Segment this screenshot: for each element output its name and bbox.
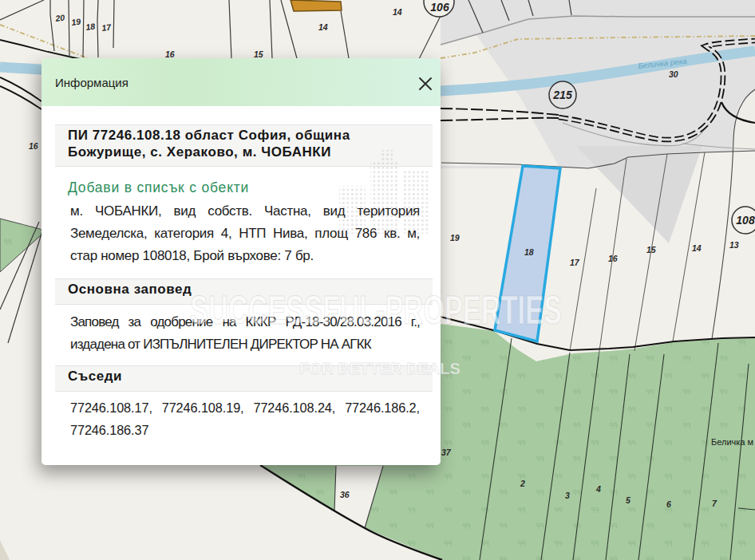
svg-text:5: 5 <box>626 495 630 505</box>
svg-text:19: 19 <box>450 233 460 243</box>
svg-text:3: 3 <box>565 491 570 500</box>
svg-text:36: 36 <box>340 490 350 499</box>
svg-text:215: 215 <box>552 89 572 101</box>
svg-text:106: 106 <box>430 1 449 14</box>
svg-text:14: 14 <box>318 22 328 32</box>
svg-text:16: 16 <box>608 254 618 263</box>
svg-text:6: 6 <box>666 499 671 509</box>
svg-text:2: 2 <box>520 479 525 488</box>
svg-text:18: 18 <box>524 247 534 257</box>
svg-text:18: 18 <box>85 21 96 32</box>
svg-text:19: 19 <box>71 16 81 27</box>
svg-text:15: 15 <box>646 245 656 254</box>
svg-text:16: 16 <box>29 141 38 151</box>
svg-text:30: 30 <box>669 69 678 79</box>
svg-text:13: 13 <box>729 240 739 250</box>
svg-text:4: 4 <box>595 484 601 494</box>
svg-text:108: 108 <box>736 214 755 227</box>
svg-text:14: 14 <box>393 7 402 17</box>
svg-text:20: 20 <box>54 12 65 23</box>
svg-text:14: 14 <box>692 243 702 253</box>
svg-text:17: 17 <box>570 258 580 267</box>
svg-text:Беличка м: Беличка м <box>711 437 753 447</box>
svg-text:37: 37 <box>441 448 452 457</box>
